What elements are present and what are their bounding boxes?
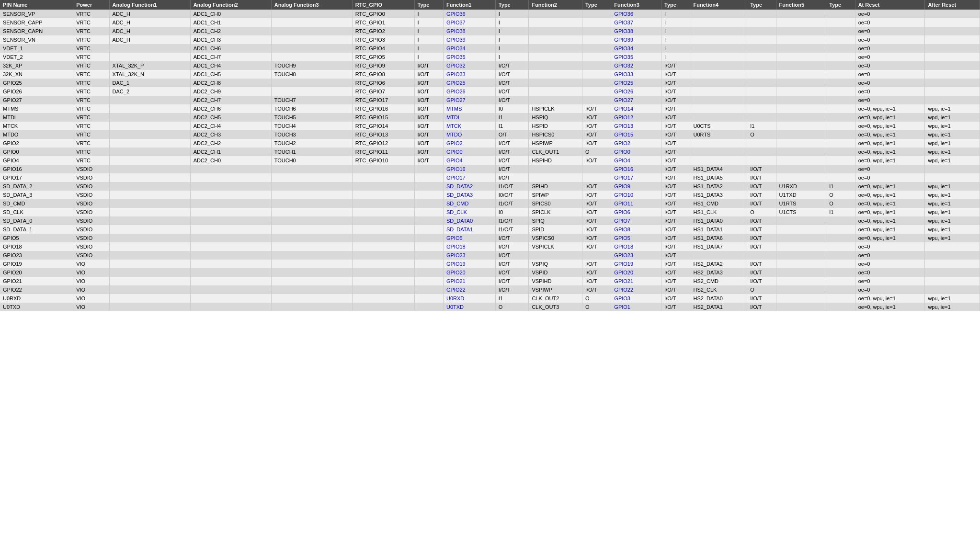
cell-r11-c14: [747, 104, 776, 113]
cell-r34-c10: O: [582, 303, 611, 311]
cell-r2-c17: oe=0: [855, 27, 925, 35]
cell-r31-c15: [776, 277, 826, 285]
cell-r0-c15: [776, 10, 826, 18]
cell-r2-c5: RTC_GPIO2: [352, 27, 414, 35]
cell-r34-c11: GPIO1: [611, 303, 661, 311]
cell-r22-c17: oe=0, wpu, ie=1: [855, 199, 925, 208]
cell-r30-c8: I/O/T: [495, 268, 529, 277]
table-row: GPIO0VRTCADC2_CH1TOUCH1RTC_GPIO11I/O/TGP…: [0, 148, 980, 156]
cell-r22-c12: I/O/T: [661, 199, 690, 208]
cell-r33-c4: [271, 294, 352, 303]
cell-r11-c8: I0: [495, 104, 529, 113]
cell-r2-c0: SENSOR_CAPN: [0, 27, 73, 35]
cell-r21-c2: [109, 191, 190, 199]
cell-r3-c4: [271, 35, 352, 44]
cell-r29-c14: I/O/T: [747, 260, 776, 268]
cell-r19-c13: HS1_DATA5: [690, 173, 747, 182]
col-header-3: Analog Function2: [190, 0, 271, 10]
cell-r22-c10: I/O/T: [582, 199, 611, 208]
cell-r7-c16: [826, 70, 855, 79]
cell-r2-c18: [925, 27, 980, 35]
cell-r34-c4: [271, 303, 352, 311]
cell-r5-c16: [826, 53, 855, 61]
cell-r34-c13: HS2_DATA1: [690, 303, 747, 311]
cell-r8-c9: [529, 79, 582, 87]
cell-r24-c8: I1/O/T: [495, 216, 529, 225]
cell-r30-c11: GPIO20: [611, 268, 661, 277]
cell-r16-c4: TOUCH1: [271, 148, 352, 156]
cell-r7-c14: [747, 70, 776, 79]
cell-r11-c6: I/O/T: [414, 104, 443, 113]
cell-r4-c13: [690, 44, 747, 53]
cell-r4-c11: GPIO34: [611, 44, 661, 53]
cell-r22-c1: VSDIO: [73, 199, 109, 208]
cell-r29-c13: HS2_DATA2: [690, 260, 747, 268]
cell-r32-c11: GPIO22: [611, 285, 661, 294]
cell-r34-c8: O: [495, 303, 529, 311]
cell-r19-c5: [352, 173, 414, 182]
cell-r15-c1: VRTC: [73, 139, 109, 148]
cell-r11-c3: ADC2_CH6: [190, 104, 271, 113]
cell-r33-c17: oe=0, wpu, ie=1: [855, 294, 925, 303]
cell-r18-c2: [109, 165, 190, 173]
col-header-14: Type: [747, 0, 776, 10]
cell-r5-c10: [582, 53, 611, 61]
cell-r8-c17: oe=0: [855, 79, 925, 87]
cell-r20-c14: I/O/T: [747, 182, 776, 191]
cell-r20-c6: [414, 182, 443, 191]
cell-r17-c12: I/O/T: [661, 156, 690, 165]
cell-r6-c8: I/O/T: [495, 61, 529, 70]
cell-r16-c7: GPIO0: [443, 148, 495, 156]
cell-r13-c15: [776, 122, 826, 130]
cell-r9-c15: [776, 87, 826, 96]
cell-r29-c5: [352, 260, 414, 268]
cell-r9-c11: GPIO26: [611, 87, 661, 96]
cell-r19-c15: [776, 173, 826, 182]
cell-r17-c16: [826, 156, 855, 165]
cell-r12-c6: I/O/T: [414, 113, 443, 122]
cell-r31-c11: GPIO21: [611, 277, 661, 285]
cell-r5-c9: [529, 53, 582, 61]
cell-r12-c13: [690, 113, 747, 122]
col-header-2: Analog Function1: [109, 0, 190, 10]
cell-r15-c3: ADC2_CH2: [190, 139, 271, 148]
cell-r18-c12: I/O/T: [661, 165, 690, 173]
table-row: 32K_XNVRTCXTAL_32K_NADC1_CH5TOUCH8RTC_GP…: [0, 70, 980, 79]
cell-r19-c6: [414, 173, 443, 182]
cell-r14-c1: VRTC: [73, 130, 109, 139]
cell-r9-c0: GPIO26: [0, 87, 73, 96]
cell-r33-c8: I1: [495, 294, 529, 303]
cell-r19-c11: GPIO17: [611, 173, 661, 182]
cell-r20-c17: oe=0, wpu, ie=1: [855, 182, 925, 191]
cell-r30-c2: [109, 268, 190, 277]
cell-r2-c13: [690, 27, 747, 35]
cell-r32-c8: I/O/T: [495, 285, 529, 294]
cell-r6-c17: oe=0: [855, 61, 925, 70]
cell-r17-c4: TOUCH0: [271, 156, 352, 165]
col-header-9: Function2: [529, 0, 582, 10]
cell-r4-c12: I: [661, 44, 690, 53]
cell-r8-c3: ADC2_CH8: [190, 79, 271, 87]
cell-r18-c9: [529, 165, 582, 173]
table-row: GPIO26VRTCDAC_2ADC2_CH9RTC_GPIO7I/O/TGPI…: [0, 87, 980, 96]
cell-r15-c13: [690, 139, 747, 148]
cell-r27-c1: VSDIO: [73, 242, 109, 251]
cell-r0-c9: [529, 10, 582, 18]
cell-r8-c8: I/O/T: [495, 79, 529, 87]
cell-r18-c7: GPIO16: [443, 165, 495, 173]
cell-r34-c6: [414, 303, 443, 311]
cell-r4-c1: VRTC: [73, 44, 109, 53]
cell-r32-c6: [414, 285, 443, 294]
table-row: MTMSVRTCADC2_CH6TOUCH6RTC_GPIO16I/O/TMTM…: [0, 104, 980, 113]
col-header-5: RTC_GPIO: [352, 0, 414, 10]
cell-r11-c15: [776, 104, 826, 113]
cell-r23-c5: [352, 208, 414, 216]
cell-r19-c4: [271, 173, 352, 182]
cell-r6-c6: I/O/T: [414, 61, 443, 70]
cell-r1-c0: SENSOR_CAPP: [0, 18, 73, 27]
col-header-10: Type: [582, 0, 611, 10]
cell-r17-c17: oe=0, wpd, ie=1: [855, 156, 925, 165]
cell-r3-c13: [690, 35, 747, 44]
cell-r25-c10: I/O/T: [582, 225, 611, 234]
cell-r3-c2: ADC_H: [109, 35, 190, 44]
